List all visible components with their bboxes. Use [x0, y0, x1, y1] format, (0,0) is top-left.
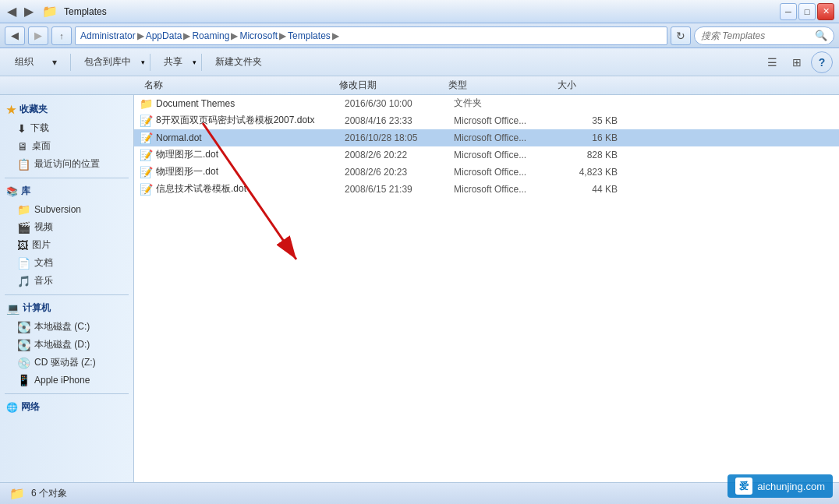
file-date: 2008/4/16 23:33 [345, 115, 454, 126]
word-icon: 📝 [139, 114, 153, 128]
table-row[interactable]: 📝 物理图形一.dot 2008/2/6 20:23 Microsoft Off… [134, 164, 839, 181]
toolbar-right: ☰ ⊞ ? [761, 51, 833, 73]
file-date: 2016/10/28 18:05 [345, 132, 454, 143]
help-button[interactable]: ? [811, 51, 833, 73]
sidebar-item-disk-z[interactable]: 💿 CD 驱动器 (Z:) [0, 354, 133, 372]
path-templates[interactable]: Templates [288, 30, 331, 41]
close-button[interactable]: ✕ [817, 3, 834, 20]
toolbar-divider1 [70, 54, 71, 71]
table-row[interactable]: 📝 信息技术试卷模板.dot 2008/6/15 21:39 Microsoft… [134, 181, 839, 198]
computer-label: 计算机 [23, 301, 51, 315]
sidebar-item-documents[interactable]: 📄 文档 [0, 254, 133, 272]
file-size: 4,823 KB [563, 167, 625, 178]
word-icon: 📝 [139, 131, 153, 145]
address-path[interactable]: Administrator ▶ AppData ▶ Roaming ▶ Micr… [75, 26, 667, 45]
file-name: 8开双面双页码密封试卷模板2007.dotx [156, 114, 345, 127]
nav-forward-button[interactable]: ▶ [22, 5, 36, 19]
col-size-header[interactable]: 大小 [558, 79, 620, 92]
path-microsoft[interactable]: Microsoft [239, 30, 278, 41]
sidebar-item-disk-c[interactable]: 💽 本地磁盘 (C:) [0, 318, 133, 336]
sidebar-item-downloads[interactable]: ⬇ 下载 [0, 119, 133, 137]
documents-icon: 📄 [17, 257, 30, 270]
sidebar-network-header[interactable]: 🌐 网络 [0, 397, 133, 417]
forward-button[interactable]: ▶ [28, 26, 48, 45]
include-library-button[interactable]: 包含到库中 [76, 51, 140, 73]
sidebar-item-disk-d[interactable]: 💽 本地磁盘 (D:) [0, 336, 133, 354]
organize-button[interactable]: 组织 [6, 51, 42, 73]
network-label: 网络 [21, 400, 40, 414]
title-bar: ◀ ▶ 📁 Templates ─ □ ✕ [0, 0, 839, 23]
subversion-icon: 📁 [17, 203, 30, 216]
sidebar-item-iphone[interactable]: 📱 Apple iPhone [0, 372, 133, 389]
title-controls: ─ □ ✕ [780, 3, 834, 20]
file-type: Microsoft Office... [454, 132, 563, 143]
search-icon[interactable]: 🔍 [815, 30, 827, 41]
path-sep3: ▶ [231, 30, 238, 41]
file-name: 物理图形一.dot [156, 165, 345, 178]
view-list-button[interactable]: ☰ [761, 51, 783, 73]
music-label: 音乐 [34, 274, 53, 287]
sidebar-item-music[interactable]: 🎵 音乐 [0, 272, 133, 290]
file-type: Microsoft Office... [454, 150, 563, 160]
table-row[interactable]: 📁 Document Themes 2016/6/30 10:00 文件夹 [134, 95, 839, 112]
sidebar: ★ 收藏夹 ⬇ 下载 🖥 桌面 📋 最近访问的位置 [0, 95, 134, 482]
path-appdata[interactable]: AppData [146, 30, 182, 41]
refresh-button[interactable]: ↻ [671, 26, 691, 45]
new-folder-button[interactable]: 新建文件夹 [207, 51, 271, 73]
minimize-button[interactable]: ─ [780, 3, 797, 20]
sidebar-item-video[interactable]: 🎬 视频 [0, 218, 133, 236]
sidebar-computer-header[interactable]: 💻 计算机 [0, 298, 133, 318]
sidebar-item-pictures[interactable]: 🖼 图片 [0, 236, 133, 254]
disk-d-icon: 💽 [17, 339, 30, 351]
file-name: Document Themes [156, 98, 345, 109]
sidebar-favorites-header[interactable]: ★ 收藏夹 [0, 100, 133, 119]
col-name-header[interactable]: 名称 [136, 79, 339, 92]
window-title: Templates [64, 6, 107, 17]
file-type: Microsoft Office... [454, 115, 563, 126]
path-sep2: ▶ [183, 30, 190, 41]
path-admin[interactable]: Administrator [80, 30, 136, 41]
share-button[interactable]: 共享 [155, 51, 191, 73]
search-input[interactable] [701, 30, 812, 41]
sidebar-favorites-section: ★ 收藏夹 ⬇ 下载 🖥 桌面 📋 最近访问的位置 [0, 100, 133, 173]
col-date-header[interactable]: 修改日期 [339, 79, 448, 92]
music-icon: 🎵 [17, 275, 30, 287]
back-button[interactable]: ◀ [5, 26, 25, 45]
disk-c-icon: 💽 [17, 321, 30, 333]
sidebar-divider2 [5, 294, 129, 295]
file-date: 2008/2/6 20:23 [345, 167, 454, 178]
nav-back-button[interactable]: ◀ [5, 5, 19, 19]
path-roaming[interactable]: Roaming [192, 30, 229, 41]
library-icon: 📚 [6, 186, 18, 197]
include-arrow: ▾ [141, 58, 145, 66]
sidebar-item-recent[interactable]: 📋 最近访问的位置 [0, 155, 133, 173]
word-icon: 📝 [139, 165, 153, 179]
sidebar-library-header[interactable]: 📚 库 [0, 182, 133, 201]
disk-c-label: 本地磁盘 (C:) [34, 320, 90, 333]
file-type: Microsoft Office... [454, 184, 563, 195]
sidebar-divider1 [5, 178, 129, 178]
window-icon: 📁 [42, 4, 58, 19]
documents-label: 文档 [34, 256, 53, 270]
video-label: 视频 [34, 220, 53, 234]
word-icon: 📝 [139, 148, 153, 162]
table-row[interactable]: 📝 物理图形二.dot 2008/2/6 20:22 Microsoft Off… [134, 146, 839, 164]
file-size: 44 KB [563, 184, 625, 195]
search-box[interactable]: 🔍 [694, 26, 834, 45]
file-name: 信息技术试卷模板.dot [156, 182, 345, 196]
maximize-button[interactable]: □ [798, 3, 816, 20]
view-icon-button[interactable]: ⊞ [786, 51, 808, 73]
sidebar-item-desktop[interactable]: 🖥 桌面 [0, 137, 133, 155]
file-size: 16 KB [563, 132, 625, 143]
file-type: 文件夹 [454, 97, 563, 110]
table-row[interactable]: 📝 8开双面双页码密封试卷模板2007.dotx 2008/4/16 23:33… [134, 112, 839, 129]
toolbar-divider3 [201, 54, 202, 71]
network-icon: 🌐 [6, 402, 18, 413]
file-date: 2008/2/6 20:22 [345, 150, 454, 160]
toolbar-divider2 [150, 54, 150, 71]
table-row[interactable]: 📝 Normal.dot 2016/10/28 18:05 Microsoft … [134, 129, 839, 146]
col-type-header[interactable]: 类型 [448, 79, 558, 92]
sidebar-item-subversion[interactable]: 📁 Subversion [0, 201, 133, 218]
up-button[interactable]: ↑ [51, 26, 72, 45]
file-name: Normal.dot [156, 132, 345, 143]
